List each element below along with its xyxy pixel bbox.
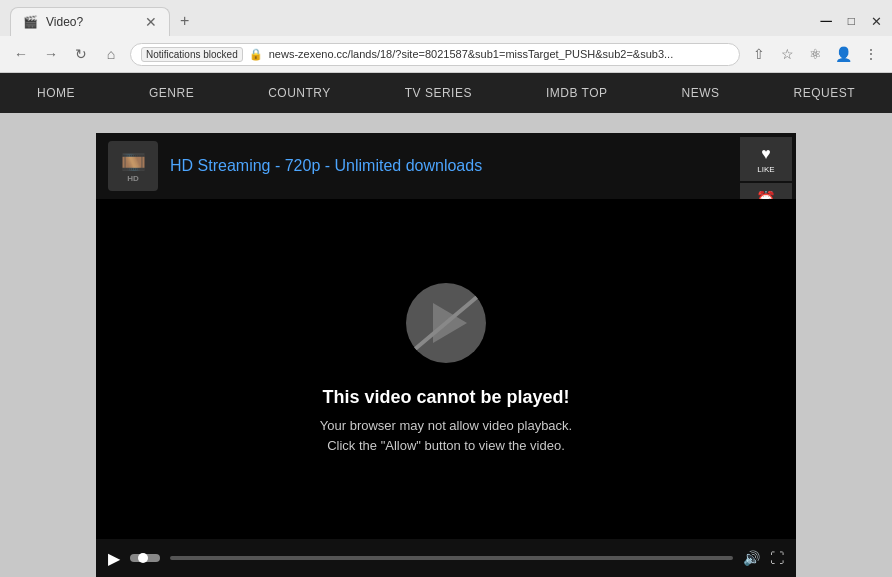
nav-tv-series[interactable]: TV SERIES xyxy=(389,73,488,113)
volume-knob[interactable] xyxy=(130,554,160,562)
address-bar: ← → ↻ ⌂ Notifications blocked 🔒 news-zex… xyxy=(0,36,892,72)
menu-icon[interactable]: ⋮ xyxy=(860,43,882,65)
address-field[interactable]: Notifications blocked 🔒 news-zexeno.cc/l… xyxy=(130,43,740,66)
browser-tab[interactable]: 🎬 Video? ✕ xyxy=(10,7,170,36)
minimize-icon: ─ xyxy=(820,12,831,30)
video-error-title: This video cannot be played! xyxy=(322,387,569,408)
notifications-blocked-badge: Notifications blocked xyxy=(141,47,243,62)
bookmark-icon[interactable]: ☆ xyxy=(776,43,798,65)
video-header: 🎞️ HD HD Streaming - 720p - Unlimited do… xyxy=(96,133,796,199)
hd-label: HD xyxy=(127,174,139,183)
nav-country[interactable]: COUNTRY xyxy=(252,73,347,113)
browser-chrome: 🎬 Video? ✕ + ─ □ ✕ ← → ↻ ⌂ Notifications… xyxy=(0,0,892,73)
like-button[interactable]: ♥ LIKE xyxy=(740,137,792,181)
tab-title: Video? xyxy=(46,15,83,29)
toolbar-icons: ⇧ ☆ ⚛ 👤 ⋮ xyxy=(748,43,882,65)
video-error-line1: Your browser may not allow video playbac… xyxy=(320,418,572,433)
tab-favicon: 🎬 xyxy=(23,15,38,29)
new-tab-button[interactable]: + xyxy=(170,8,199,34)
forward-button[interactable]: → xyxy=(40,43,62,65)
film-reel-icon: 🎞️ xyxy=(121,150,146,174)
back-button[interactable]: ← xyxy=(10,43,32,65)
lock-icon: 🔒 xyxy=(249,48,263,61)
volume-icon[interactable]: 🔊 xyxy=(743,550,760,566)
maximize-icon: □ xyxy=(848,14,855,28)
video-player-area: This video cannot be played! Your browse… xyxy=(96,199,796,539)
like-label: LIKE xyxy=(757,165,774,174)
url-text: news-zexeno.cc/lands/18/?site=8021587&su… xyxy=(269,48,729,60)
fullscreen-button[interactable]: ⛶ xyxy=(770,550,784,566)
home-button[interactable]: ⌂ xyxy=(100,43,122,65)
close-window-icon[interactable]: ✕ xyxy=(871,14,882,29)
video-blocked-icon xyxy=(406,283,486,363)
video-container: 🎞️ HD HD Streaming - 720p - Unlimited do… xyxy=(96,133,796,577)
tab-close-button[interactable]: ✕ xyxy=(145,14,157,30)
nav-news[interactable]: NEWS xyxy=(665,73,735,113)
share-page-icon[interactable]: ⇧ xyxy=(748,43,770,65)
site-navigation: HOME GENRE COUNTRY TV SERIES IMDB TOP NE… xyxy=(0,73,892,113)
video-title: HD Streaming - 720p - Unlimited download… xyxy=(170,157,482,175)
video-controls: ▶ 🔊 ⛶ xyxy=(96,539,796,577)
progress-bar[interactable] xyxy=(170,556,733,560)
refresh-button[interactable]: ↻ xyxy=(70,43,92,65)
play-triangle-icon xyxy=(433,303,467,343)
main-content: 🎞️ HD HD Streaming - 720p - Unlimited do… xyxy=(0,113,892,577)
nav-request[interactable]: REQUEST xyxy=(777,73,871,113)
video-error-message: Your browser may not allow video playbac… xyxy=(320,416,572,455)
nav-genre[interactable]: GENRE xyxy=(133,73,210,113)
window-controls: ─ □ ✕ xyxy=(820,12,882,30)
extensions-icon[interactable]: ⚛ xyxy=(804,43,826,65)
like-icon: ♥ xyxy=(761,145,771,163)
profile-icon[interactable]: 👤 xyxy=(832,43,854,65)
hd-icon: 🎞️ HD xyxy=(108,141,158,191)
nav-home[interactable]: HOME xyxy=(21,73,91,113)
nav-imdb-top[interactable]: IMDB TOP xyxy=(530,73,624,113)
video-error-line2: Click the "Allow" button to view the vid… xyxy=(327,438,565,453)
title-bar: 🎬 Video? ✕ + ─ □ ✕ xyxy=(0,0,892,36)
volume-indicator xyxy=(138,553,148,563)
play-button[interactable]: ▶ xyxy=(108,549,120,568)
